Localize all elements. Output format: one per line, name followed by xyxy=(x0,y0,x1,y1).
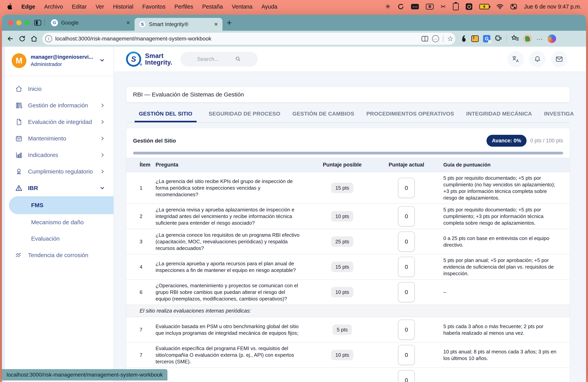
sidebar-item-label: Mantenimiento xyxy=(28,135,66,142)
sidebar-item-inicio[interactable]: Inicio xyxy=(2,81,114,97)
column-header: Ítem xyxy=(126,162,156,168)
brand-line-1: Smart xyxy=(145,53,172,59)
more-tools-icon[interactable]: … xyxy=(432,35,439,42)
user-role: Administrador xyxy=(31,61,95,67)
search-icon[interactable] xyxy=(234,55,241,63)
brand-name: Smart Integrity. xyxy=(145,53,172,66)
apple-icon[interactable] xyxy=(7,3,12,10)
new-tab-button[interactable]: + xyxy=(227,18,232,28)
sidebar-item-label: Evaluación xyxy=(31,235,60,242)
sidebar-item-label: FMS xyxy=(31,202,43,209)
score-input[interactable] xyxy=(398,206,415,226)
tab-gestion-del-sitio[interactable]: GESTIÓN DEL SITIO xyxy=(135,111,197,122)
control-center-icon[interactable] xyxy=(510,4,517,10)
favorite-star-icon[interactable]: ☆ xyxy=(447,35,453,42)
translate-icon[interactable]: A xyxy=(507,51,524,67)
tab-google[interactable]: G Google ✕ xyxy=(47,16,135,29)
user-menu[interactable]: M manager@ingenioservi... Administrador xyxy=(2,47,114,74)
sidebar-item-indicadores[interactable]: Indicadores xyxy=(2,147,114,163)
sidebar-item-gestion-informacion[interactable]: Gestión de información xyxy=(2,97,114,114)
tab-gestion-de-cambios[interactable]: GESTIÓN DE CAMBIOS xyxy=(293,111,354,122)
close-window-button[interactable] xyxy=(8,20,13,25)
menubar-item-archivo[interactable]: Archivo xyxy=(44,3,63,10)
collections-star-icon[interactable] xyxy=(511,35,519,43)
home-icon[interactable] xyxy=(30,35,38,42)
site-info-icon[interactable]: i xyxy=(45,35,52,42)
item-number: 7 xyxy=(126,352,156,358)
copilot-icon[interactable] xyxy=(547,34,556,43)
scissors-icon[interactable]: ✂ xyxy=(441,3,446,10)
back-icon[interactable] xyxy=(7,35,14,42)
score-input[interactable] xyxy=(398,178,415,198)
tab-procedimientos-operativos[interactable]: PROCEDIMIENTOS OPERATIVOS xyxy=(366,111,454,122)
menubar-app-name[interactable]: Edge xyxy=(21,3,35,10)
sidebar-item-tendencia-corrosion[interactable]: Tendencia de corrosión xyxy=(2,247,114,263)
split-screen-icon[interactable] xyxy=(421,36,428,42)
search-input[interactable] xyxy=(197,56,230,62)
window-manager-icon[interactable] xyxy=(411,4,419,9)
window-controls xyxy=(8,20,30,25)
table-header: Ítem Pregunta Puntaje posible Puntaje ac… xyxy=(126,158,570,172)
score-input[interactable] xyxy=(398,232,415,252)
divider xyxy=(506,35,507,42)
tab-overview-icon[interactable] xyxy=(34,20,41,26)
menubar-item-historial[interactable]: Historial xyxy=(113,3,133,10)
utility-icon[interactable] xyxy=(466,3,472,10)
menubar-item-editar[interactable]: Editar xyxy=(72,3,87,10)
shortcuts-icon[interactable]: ⌘ xyxy=(426,4,434,10)
sidebar-item-cumplimiento-regulatorio[interactable]: Cumplimiento regulatorio xyxy=(2,163,114,180)
tab-smart-integrity[interactable]: S Smart Integrity® ✕ xyxy=(135,18,222,31)
zoom-window-button[interactable] xyxy=(24,20,30,25)
address-bar[interactable]: i localhost:3000/risk-management/managem… xyxy=(42,33,455,45)
possible-points-badge: 10 pts xyxy=(331,211,354,222)
menubar-item-ventana[interactable]: Ventana xyxy=(232,3,252,10)
sidebar-subitem-evaluacion[interactable]: Evaluación xyxy=(2,231,114,247)
url-text[interactable]: localhost:3000/risk-management/managemen… xyxy=(55,36,419,42)
menubar-item-favoritos[interactable]: Favoritos xyxy=(142,3,166,10)
sidebar-subitem-mecanismo-dano[interactable]: Mecanismo de daño xyxy=(2,214,114,231)
tab-divider xyxy=(44,19,45,26)
section-name: Gestión del Sitio xyxy=(133,138,176,144)
mail-icon[interactable] xyxy=(551,51,567,67)
tab-seguridad-de-proceso[interactable]: SEGURIDAD DE PROCESO xyxy=(209,111,280,122)
score-input[interactable] xyxy=(398,345,415,365)
minimize-window-button[interactable] xyxy=(16,20,21,25)
google-translate-icon[interactable]: G xyxy=(483,35,490,42)
menubar-clock[interactable]: Jue 6 de nov 9:47 p.m. xyxy=(524,3,581,10)
wifi-icon[interactable] xyxy=(496,4,504,9)
close-tab-icon[interactable]: ✕ xyxy=(126,20,130,26)
settings-menu-icon[interactable]: … xyxy=(536,34,543,44)
menubar-item-ver[interactable]: Ver xyxy=(95,3,104,10)
menubar-item-pestana[interactable]: Pestaña xyxy=(202,3,223,10)
tab-integridad-mecanica[interactable]: INTEGRIDAD MECÁNICA xyxy=(466,111,532,122)
tab-investigacion[interactable]: INVESTIGA xyxy=(544,111,574,122)
divider xyxy=(443,35,443,42)
score-input[interactable] xyxy=(398,370,415,382)
extensions-puzzle-icon[interactable] xyxy=(495,35,502,43)
sidebar-item-ibr[interactable]: IBR xyxy=(2,180,114,196)
sidebar-item-evaluacion-integridad[interactable]: Evaluación de integridad xyxy=(2,114,114,130)
openai-icon[interactable]: ✳ xyxy=(385,3,390,10)
sidebar-item-mantenimiento[interactable]: Mantenimiento xyxy=(2,130,114,147)
score-input[interactable] xyxy=(398,257,415,277)
bell-icon[interactable] xyxy=(529,51,546,67)
question-text: ¿La gerencia aprueba y aporta recursos p… xyxy=(156,260,299,274)
browser-window: G Google ✕ S Smart Integrity® ✕ + i loca… xyxy=(2,15,586,382)
close-tab-icon[interactable]: ✕ xyxy=(214,21,218,27)
dev-tool-extension-icon[interactable] xyxy=(460,34,467,43)
reload-icon[interactable] xyxy=(19,35,26,42)
chevron-down-icon[interactable] xyxy=(99,57,105,64)
menubar-item-ayuda[interactable]: Ayuda xyxy=(262,3,277,10)
library-icon xyxy=(15,102,22,109)
battery-icon[interactable] xyxy=(479,4,489,9)
clipboard-icon[interactable] xyxy=(453,3,459,10)
menubar-item-perfiles[interactable]: Perfiles xyxy=(174,3,193,10)
search-bar[interactable] xyxy=(180,52,258,66)
browser-extension-icon[interactable] xyxy=(471,35,479,42)
sync-icon[interactable] xyxy=(398,3,404,10)
score-input[interactable] xyxy=(398,319,415,340)
score-input[interactable] xyxy=(398,282,415,302)
item-number: 6 xyxy=(126,289,156,295)
profile-avatar[interactable] xyxy=(523,34,532,43)
sidebar-subitem-fms[interactable]: FMS xyxy=(9,196,114,214)
